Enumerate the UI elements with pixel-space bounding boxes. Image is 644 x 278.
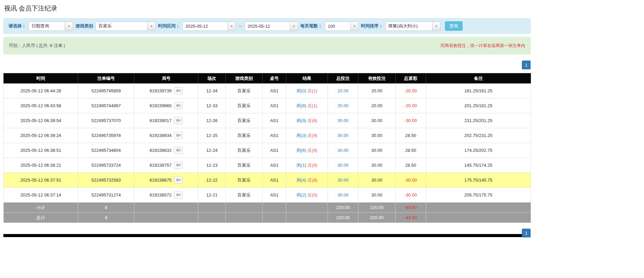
column-header: 总派彩 — [396, 73, 426, 84]
video-camera-icon — [176, 148, 181, 153]
column-header: 时间 — [4, 73, 78, 84]
video-camera-icon — [176, 118, 181, 123]
cell-payout: 28.50 — [396, 158, 426, 173]
chevron-down-icon[interactable]: ▼ — [290, 22, 298, 30]
chevron-down-icon[interactable]: ▼ — [432, 22, 440, 30]
table-row: 2025-05-12 06:38:51522495734804619238832… — [4, 143, 531, 158]
video-replay-button[interactable] — [174, 87, 183, 94]
cell-total-bet: 30.00 — [328, 158, 358, 173]
video-replay-button[interactable] — [174, 117, 183, 124]
page-size-value: 100 — [325, 22, 338, 30]
page-content: 视讯 会员下注纪录 请选择： 日期查询 ▼ 游戏类别 百家乐 ▼ 时间区间： 2… — [0, 0, 534, 239]
total-bet-link[interactable]: 30.00 — [337, 163, 349, 168]
chevron-down-icon[interactable]: ▼ — [227, 22, 236, 30]
cell-remark: 174.25/202.75 — [426, 143, 531, 158]
cell-result: 闲(9) 庄(6) — [286, 113, 328, 128]
round-number: 619239665 — [150, 103, 172, 108]
bottom-section: 1 — [3, 229, 531, 239]
total-bet-link[interactable]: 30.00 — [337, 192, 349, 198]
video-replay-button[interactable] — [174, 147, 183, 154]
cell-game-type: 百家乐 — [226, 173, 263, 188]
next-table-header-partial — [3, 234, 531, 237]
video-camera-icon — [176, 178, 181, 183]
cell-time: 2025-05-12 06:44:28 — [4, 84, 78, 98]
total-bet-link[interactable]: 20.00 — [337, 103, 349, 108]
table-row: 2025-05-12 06:37:14522495731274619238572… — [4, 188, 531, 203]
video-replay-button[interactable] — [174, 177, 183, 184]
chevron-down-icon[interactable]: ▼ — [65, 22, 73, 30]
cell-payout: -20.00 — [396, 98, 426, 113]
game-type-label: 游戏类别 — [75, 23, 93, 29]
result-banker: 庄(0) — [308, 192, 317, 198]
total-bet-link[interactable]: 30.00 — [337, 178, 349, 183]
cell-bet-id: 522495745859 — [78, 84, 134, 98]
table-foot: 小计8220.00220.00-44.50总计8220.00220.00-44.… — [4, 203, 531, 223]
cell-round-id: 619239739 — [134, 84, 198, 98]
cell-game-type: 百家乐 — [226, 158, 263, 173]
subtotal-row: 小计8220.00220.00-44.50 — [4, 203, 531, 213]
game-type-dropdown[interactable]: 百家乐 ▼ — [95, 22, 156, 31]
filter-bar: 请选择： 日期查询 ▼ 游戏类别 百家乐 ▼ 时间区间： 2025-05-12 … — [3, 18, 531, 34]
result-player: 闲(9) — [296, 118, 306, 123]
pagination-top: 1 — [3, 61, 531, 69]
cell-remark: 145.75/174.25 — [426, 158, 531, 173]
cell-valid-bet: 30.00 — [358, 113, 396, 128]
cell-session: 12-26 — [198, 113, 226, 128]
video-replay-button[interactable] — [174, 102, 183, 109]
cell-round-id: 619239665 — [134, 98, 198, 113]
round-number: 619238757 — [150, 163, 172, 168]
footer-total-bet: 220.00 — [328, 203, 358, 213]
cell-result: 闲(2) 庄(0) — [286, 188, 328, 203]
video-replay-button[interactable] — [174, 162, 183, 169]
cell-table-no: AS1 — [263, 113, 286, 128]
table-row: 2025-05-12 06:44:28522495745859619239739… — [4, 84, 531, 98]
cell-result: 闲(4) 庄(8) — [286, 173, 328, 188]
cell-result: 闲(1) 庄(8) — [286, 158, 328, 173]
sort-value: 降冪(由大到小) — [386, 22, 421, 30]
cell-total-bet: 30.00 — [328, 173, 358, 188]
total-bet-link[interactable]: 30.00 — [337, 148, 349, 153]
cell-remark: 201.25/181.25 — [426, 98, 531, 113]
cell-payout: 28.50 — [396, 128, 426, 143]
cell-valid-bet: 30.00 — [358, 158, 396, 173]
chevron-down-icon[interactable]: ▼ — [350, 22, 358, 30]
cell-total-bet: 30.00 — [328, 188, 358, 203]
result-player: 闲(2) — [296, 192, 306, 198]
cell-table-no: AS1 — [263, 84, 286, 98]
cell-round-id: 619238934 — [134, 128, 198, 143]
sort-dropdown[interactable]: 降冪(由大到小) ▼ — [385, 22, 441, 31]
total-bet-link[interactable]: 20.00 — [337, 88, 349, 93]
cell-result: 闲(0) 庄(1) — [286, 84, 328, 98]
table-row: 2025-05-12 06:38:21522495733724619238757… — [4, 158, 531, 173]
page-1-button[interactable]: 1 — [522, 61, 531, 69]
total-bet-link[interactable]: 30.00 — [337, 133, 349, 138]
sort-label: 时间排序： — [361, 23, 383, 29]
video-replay-button[interactable] — [174, 191, 183, 199]
chevron-down-icon[interactable]: ▼ — [147, 22, 155, 30]
cell-remark: 202.75/231.25 — [426, 128, 531, 143]
cell-total-bet: 30.00 — [328, 143, 358, 158]
video-replay-button[interactable] — [174, 132, 183, 139]
page-1-button-bottom[interactable]: 1 — [522, 229, 531, 237]
search-button[interactable]: 查询 — [445, 21, 463, 31]
cell-table-no: AS1 — [263, 173, 286, 188]
cell-total-bet: 20.00 — [328, 98, 358, 113]
result-player: 闲(8) — [296, 103, 306, 108]
date-type-dropdown[interactable]: 日期查询 ▼ — [28, 22, 73, 31]
cell-time: 2025-05-12 06:39:54 — [4, 113, 78, 128]
cell-time: 2025-05-12 06:43:58 — [4, 98, 78, 113]
cell-payout: -30.00 — [396, 188, 426, 203]
currency-summary: 币别：人民币 | 总共 :8 注单 | — [9, 43, 65, 49]
bet-records-table: 时间注单编号局号场次游戏类别桌号结果总投注有效投注总派彩备注 2025-05-1… — [3, 73, 531, 223]
date-from-dropdown[interactable]: 2025-05-12 ▼ — [182, 22, 236, 31]
cell-game-type: 百家乐 — [226, 128, 263, 143]
cell-game-type: 百家乐 — [226, 188, 263, 203]
date-to-dropdown[interactable]: 2025-05-12 ▼ — [245, 22, 298, 31]
cell-table-no: AS1 — [263, 98, 286, 113]
cell-session: 12-34 — [198, 84, 226, 98]
total-bet-link[interactable]: 30.00 — [337, 118, 349, 123]
column-header: 总投注 — [328, 73, 358, 84]
cell-total-bet: 30.00 — [328, 113, 358, 128]
cell-total-bet: 20.00 — [328, 84, 358, 98]
page-size-dropdown[interactable]: 100 ▼ — [325, 22, 359, 31]
